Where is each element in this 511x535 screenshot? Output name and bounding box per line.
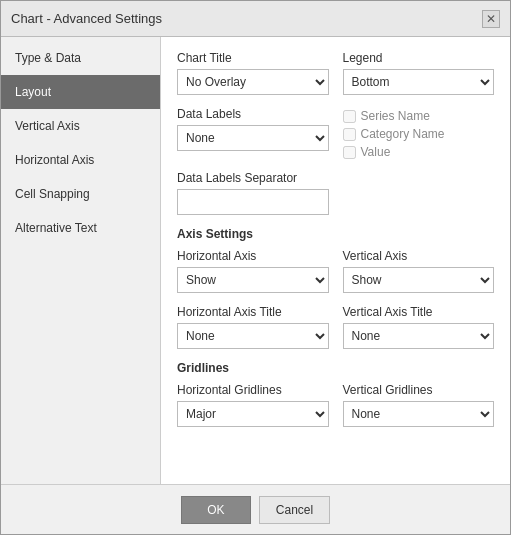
sidebar-item-alternative-text[interactable]: Alternative Text: [1, 211, 160, 245]
value-label: Value: [361, 145, 391, 159]
vertical-axis-title-group: Vertical Axis Title None Show: [343, 305, 495, 349]
horizontal-axis-group: Horizontal Axis Show Hide: [177, 249, 329, 293]
data-labels-group: Data Labels None Value Percent Label: [177, 107, 329, 159]
separator-spacer: [343, 171, 495, 215]
category-name-checkbox-item: Category Name: [343, 127, 495, 141]
sidebar-item-vertical-axis[interactable]: Vertical Axis: [1, 109, 160, 143]
value-checkbox-item: Value: [343, 145, 495, 159]
titlebar: Chart - Advanced Settings ✕: [1, 1, 510, 37]
data-labels-checkboxes: Series Name Category Name Value: [343, 107, 495, 159]
vertical-axis-group: Vertical Axis Show Hide: [343, 249, 495, 293]
vertical-axis-title-label: Vertical Axis Title: [343, 305, 495, 319]
dialog-body: Type & Data Layout Vertical Axis Horizon…: [1, 37, 510, 484]
close-button[interactable]: ✕: [482, 10, 500, 28]
axis-title-row: Horizontal Axis Title None Show Vertical…: [177, 305, 494, 349]
value-checkbox[interactable]: [343, 146, 356, 159]
series-name-checkbox[interactable]: [343, 110, 356, 123]
separator-label: Data Labels Separator: [177, 171, 329, 185]
category-name-label: Category Name: [361, 127, 445, 141]
data-labels-select[interactable]: None Value Percent Label: [177, 125, 329, 151]
chart-title-label: Chart Title: [177, 51, 329, 65]
checkboxes-group: Series Name Category Name Value: [343, 107, 495, 159]
sidebar: Type & Data Layout Vertical Axis Horizon…: [1, 37, 161, 484]
sidebar-item-cell-snapping[interactable]: Cell Snapping: [1, 177, 160, 211]
horizontal-axis-title-label: Horizontal Axis Title: [177, 305, 329, 319]
vertical-gridlines-label: Vertical Gridlines: [343, 383, 495, 397]
gridlines-row: Horizontal Gridlines Major Minor None Ve…: [177, 383, 494, 427]
axis-settings-title: Axis Settings: [177, 227, 494, 241]
data-labels-row: Data Labels None Value Percent Label Ser…: [177, 107, 494, 159]
axis-show-row: Horizontal Axis Show Hide Vertical Axis …: [177, 249, 494, 293]
legend-label: Legend: [343, 51, 495, 65]
sidebar-item-layout[interactable]: Layout: [1, 75, 160, 109]
dialog: Chart - Advanced Settings ✕ Type & Data …: [0, 0, 511, 535]
horizontal-axis-select[interactable]: Show Hide: [177, 267, 329, 293]
horizontal-axis-label: Horizontal Axis: [177, 249, 329, 263]
dialog-title: Chart - Advanced Settings: [11, 11, 162, 26]
series-name-label: Series Name: [361, 109, 430, 123]
vertical-axis-select[interactable]: Show Hide: [343, 267, 495, 293]
chart-title-legend-row: Chart Title No Overlay Overlay Above Cha…: [177, 51, 494, 95]
data-labels-label: Data Labels: [177, 107, 329, 121]
separator-row: Data Labels Separator: [177, 171, 494, 215]
ok-button[interactable]: OK: [181, 496, 251, 524]
category-name-checkbox[interactable]: [343, 128, 356, 141]
series-name-checkbox-item: Series Name: [343, 109, 495, 123]
legend-group: Legend Bottom Top Left Right None: [343, 51, 495, 95]
vertical-axis-label: Vertical Axis: [343, 249, 495, 263]
dialog-footer: OK Cancel: [1, 484, 510, 534]
chart-title-group: Chart Title No Overlay Overlay Above Cha…: [177, 51, 329, 95]
vertical-axis-title-select[interactable]: None Show: [343, 323, 495, 349]
sidebar-item-horizontal-axis[interactable]: Horizontal Axis: [1, 143, 160, 177]
horizontal-gridlines-select[interactable]: Major Minor None: [177, 401, 329, 427]
horizontal-gridlines-label: Horizontal Gridlines: [177, 383, 329, 397]
main-content: Chart Title No Overlay Overlay Above Cha…: [161, 37, 510, 484]
horizontal-gridlines-group: Horizontal Gridlines Major Minor None: [177, 383, 329, 427]
chart-title-select[interactable]: No Overlay Overlay Above Chart: [177, 69, 329, 95]
separator-input[interactable]: [177, 189, 329, 215]
vertical-gridlines-select[interactable]: None Major Minor: [343, 401, 495, 427]
horizontal-axis-title-select[interactable]: None Show: [177, 323, 329, 349]
legend-select[interactable]: Bottom Top Left Right None: [343, 69, 495, 95]
vertical-gridlines-group: Vertical Gridlines None Major Minor: [343, 383, 495, 427]
horizontal-axis-title-group: Horizontal Axis Title None Show: [177, 305, 329, 349]
separator-group: Data Labels Separator: [177, 171, 329, 215]
gridlines-title: Gridlines: [177, 361, 494, 375]
sidebar-item-type-data[interactable]: Type & Data: [1, 41, 160, 75]
cancel-button[interactable]: Cancel: [259, 496, 330, 524]
